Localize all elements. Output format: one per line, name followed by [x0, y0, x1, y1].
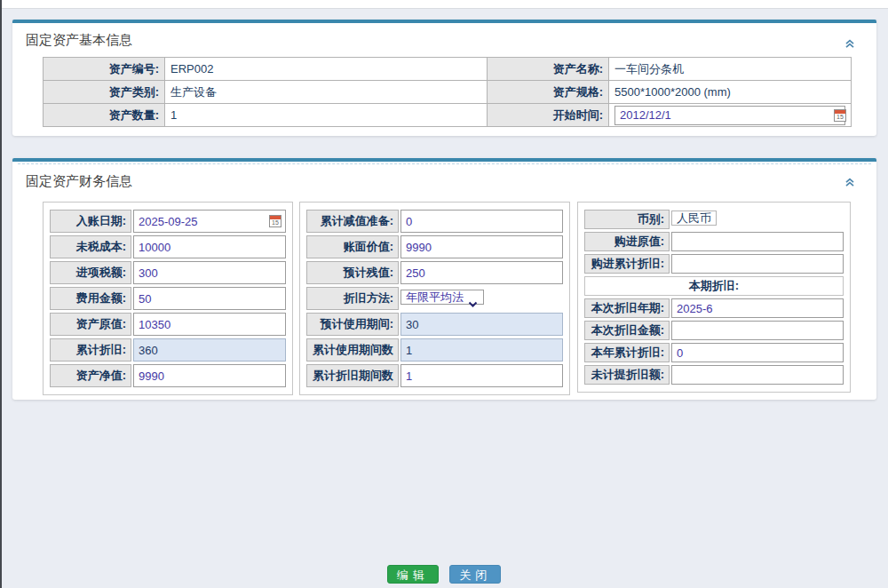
expected-use-period-label: 预计使用期间:: [306, 313, 399, 336]
asset-original-value-label: 资产原值:: [50, 313, 131, 336]
close-button[interactable]: 关闭: [449, 565, 501, 584]
form-row: 费用金额:: [50, 287, 286, 310]
used-period-count-label: 累计使用期间数: [306, 338, 399, 362]
asset-net-value-label: 资产净值:: [50, 364, 131, 387]
ytd-accum-depreciation-label: 本年累计折旧:: [584, 343, 670, 362]
expected-use-period-input[interactable]: [400, 313, 563, 336]
asset-spec-label: 资产规格:: [488, 81, 609, 104]
expense-amount-input[interactable]: [133, 287, 286, 310]
unaccrued-depreciation-label: 未计提折旧额:: [584, 365, 670, 385]
finance-left-box: 入账日期: 未税成本: 进项税额: 费用金额: 资产原值:: [43, 202, 293, 395]
edit-button[interactable]: 编辑: [387, 565, 439, 584]
untaxed-cost-label: 未税成本:: [50, 235, 131, 258]
estimated-residual-label: 预计残值:: [306, 261, 399, 284]
chevron-double-up-icon: [844, 37, 856, 50]
input-tax-label: 进项税额:: [50, 261, 131, 284]
form-row: 购进累计折旧:: [584, 254, 844, 274]
estimated-residual-input[interactable]: [400, 261, 563, 284]
asset-category-value: 生产设备: [165, 81, 488, 104]
current-depreciation-period-input[interactable]: [671, 298, 844, 318]
accumulated-depreciation-input[interactable]: [133, 338, 286, 362]
expense-amount-label: 费用金额:: [50, 287, 131, 310]
asset-original-value-input[interactable]: [133, 313, 286, 336]
input-tax-input[interactable]: [133, 261, 286, 284]
form-row: 账面价值:: [306, 235, 563, 258]
currency-label: 币别:: [584, 210, 670, 229]
purchase-accum-depreciation-label: 购进累计折旧:: [584, 254, 670, 274]
ytd-accum-depreciation-input[interactable]: [671, 343, 844, 362]
untaxed-cost-input[interactable]: [133, 235, 286, 258]
form-row: 累计减值准备:: [306, 210, 563, 233]
form-row: 累计折旧期间数: [306, 364, 563, 387]
form-row: 资产净值:: [50, 364, 286, 387]
asset-spec-value: 5500*1000*2000 (mm): [609, 81, 852, 104]
form-row: 购进原值:: [584, 232, 844, 251]
depreciation-period-count-label: 累计折旧期间数: [306, 364, 399, 387]
used-period-count-input[interactable]: [400, 338, 563, 362]
current-depreciation-amount-label: 本次折旧金额:: [584, 321, 670, 340]
form-row: 入账日期:: [50, 210, 286, 233]
basic-panel-title: 固定资产基本信息: [12, 23, 876, 49]
entry-date-input[interactable]: [133, 210, 286, 233]
form-row: 预计使用期间:: [306, 313, 563, 336]
asset-name-label: 资产名称:: [488, 58, 609, 81]
table-row: 资产编号: ERP002 资产名称: 一车间分条机: [44, 58, 852, 81]
top-strip: [0, 0, 888, 9]
unaccrued-depreciation-input[interactable]: [671, 365, 844, 385]
depreciation-period-count-input[interactable]: [400, 364, 563, 387]
asset-quantity-value: 1: [165, 104, 488, 127]
chevron-down-icon: [467, 296, 479, 305]
finance-middle-box: 累计减值准备: 账面价值: 预计残值: 折旧方法: 年限平均法: [299, 202, 570, 395]
asset-category-label: 资产类别:: [44, 81, 165, 104]
purchase-original-value-input[interactable]: [671, 232, 844, 251]
purchase-original-value-label: 购进原值:: [584, 232, 670, 251]
form-row: 未计提折旧额:: [584, 365, 844, 385]
finance-info-panel: 固定资产财务信息 入账日期: 未税成本: 进项税额:: [12, 158, 876, 400]
current-depreciation-amount-input[interactable]: [671, 321, 844, 340]
current-depreciation-header: 本期折旧:: [584, 276, 844, 296]
calendar-icon[interactable]: [834, 109, 846, 122]
table-row: 资产类别: 生产设备 资产规格: 5500*1000*2000 (mm): [44, 81, 852, 104]
form-row: 本次折旧金额:: [584, 321, 844, 340]
asset-quantity-label: 资产数量:: [44, 104, 165, 127]
asset-name-value: 一车间分条机: [609, 58, 852, 81]
collapse-finance-button[interactable]: [844, 176, 856, 188]
start-time-input[interactable]: [614, 106, 845, 125]
finance-panel-title: 固定资产财务信息: [12, 164, 876, 190]
form-row: 进项税额:: [50, 261, 286, 284]
purchase-accum-depreciation-input[interactable]: [671, 254, 844, 274]
book-value-label: 账面价值:: [306, 235, 399, 258]
impairment-reserve-input[interactable]: [400, 210, 563, 233]
entry-date-label: 入账日期:: [50, 210, 131, 233]
asset-number-value: ERP002: [165, 58, 488, 81]
form-row: 累计使用期间数: [306, 338, 563, 362]
form-row: 本次折旧年期:: [584, 298, 844, 318]
start-time-label: 开始时间:: [488, 104, 609, 127]
asset-net-value-input[interactable]: [133, 364, 286, 387]
form-row: 币别: 人民币: [584, 210, 844, 229]
collapse-basic-button[interactable]: [844, 37, 856, 50]
finance-right-box: 币别: 人民币 购进原值: 购进累计折旧: 本期折旧: 本次折旧年期: 本次折旧…: [577, 202, 851, 393]
current-depreciation-period-label: 本次折旧年期:: [584, 298, 670, 318]
depreciation-method-label: 折旧方法:: [306, 287, 399, 310]
button-bar: 编辑 关闭: [0, 565, 888, 584]
form-row: 本期折旧:: [584, 276, 844, 296]
book-value-input[interactable]: [400, 235, 563, 258]
form-row: 资产原值:: [50, 313, 286, 336]
form-row: 本年累计折旧:: [584, 343, 844, 362]
table-row: 资产数量: 1 开始时间:: [44, 104, 852, 127]
asset-number-label: 资产编号:: [44, 58, 165, 81]
accumulated-depreciation-label: 累计折旧:: [50, 338, 131, 362]
form-row: 累计折旧:: [50, 338, 286, 362]
form-row: 预计残值:: [306, 261, 563, 284]
currency-value: 人民币: [671, 211, 717, 226]
basic-info-panel: 固定资产基本信息 资产编号: ERP002 资产名称: 一车间分条机 资产类别:…: [12, 20, 876, 136]
depreciation-method-select[interactable]: 年限平均法: [400, 290, 484, 305]
form-row: 未税成本:: [50, 235, 286, 258]
impairment-reserve-label: 累计减值准备:: [306, 210, 399, 233]
basic-info-table: 资产编号: ERP002 资产名称: 一车间分条机 资产类别: 生产设备 资产规…: [43, 57, 852, 127]
chevron-double-up-icon: [844, 176, 856, 188]
calendar-icon[interactable]: [269, 215, 281, 227]
depreciation-method-value: 年限平均法: [406, 290, 464, 304]
window-left-border: [0, 0, 2, 588]
